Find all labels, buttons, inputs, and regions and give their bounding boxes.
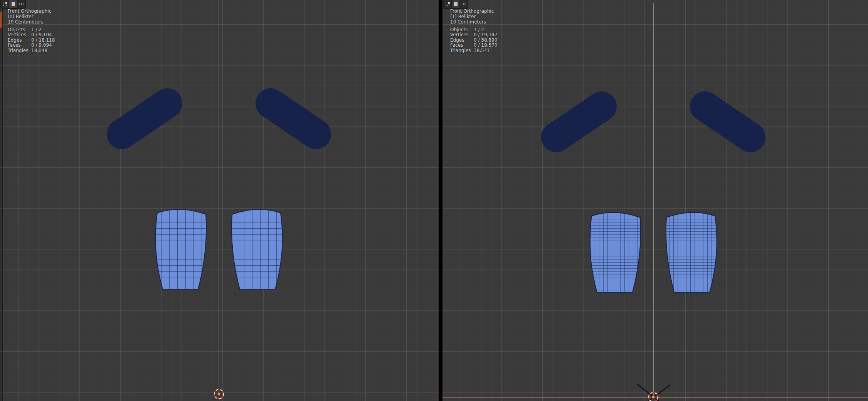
- viewport-divider: [439, 0, 442, 401]
- left-crop-strip: [0, 0, 3, 401]
- select-mode-toolbar-left: [0, 0, 26, 9]
- 3d-canvas-left[interactable]: [0, 0, 439, 401]
- stat-row: Edges0 / 18,118: [8, 38, 55, 43]
- model-side-back-mirror[interactable]: [232, 103, 316, 289]
- viewport-hud-right: Front Orthographic (1) Relikter 10 Centi…: [450, 8, 494, 25]
- stat-row: Triangles18,048: [8, 48, 55, 53]
- grid-scale: 10 Centimeters: [450, 19, 494, 25]
- viewport-3d-right[interactable]: Front Orthographic (1) Relikter 10 Centi…: [442, 0, 868, 401]
- model-side-back[interactable]: [122, 103, 206, 289]
- vertex-select-icon[interactable]: [1, 0, 9, 8]
- stat-row: Faces0 / 19,570: [450, 43, 497, 48]
- screenshot-root: Front Orthographic (0) Relikter 10 Centi…: [0, 0, 868, 401]
- model-side-back-mirror[interactable]: [666, 106, 750, 292]
- model-side-back[interactable]: [556, 106, 641, 292]
- view-name: Front Orthographic: [450, 8, 494, 14]
- model-arm[interactable]: [122, 103, 167, 134]
- viewport-3d-left[interactable]: Front Orthographic (0) Relikter 10 Centi…: [0, 0, 439, 401]
- stat-row: Faces0 / 9,094: [8, 43, 55, 48]
- vertex-select-icon[interactable]: [444, 0, 451, 8]
- stat-row: Vertices0 / 9,104: [8, 32, 55, 37]
- model-leg[interactable]: [590, 212, 641, 292]
- stat-row: Edges0 / 38,890: [450, 38, 497, 43]
- face-select-icon[interactable]: [9, 0, 17, 8]
- model-arm[interactable]: [556, 106, 602, 137]
- stat-row: Triangles38,547: [450, 48, 497, 53]
- stats-table-right: Objects1 / 2 Vertices0 / 19,347 Edges0 /…: [450, 27, 497, 53]
- object-name: (1) Relikter: [450, 14, 494, 19]
- 3d-canvas-right[interactable]: [442, 3, 868, 401]
- stats-table-left: Objects1 / 2 Vertices0 / 9,104 Edges0 / …: [8, 27, 55, 53]
- select-mode-toolbar-right: [443, 0, 468, 9]
- grid-scale: 10 Centimeters: [8, 19, 51, 25]
- box-select-icon[interactable]: [460, 0, 468, 8]
- box-select-icon[interactable]: [17, 0, 25, 8]
- model-leg[interactable]: [155, 209, 206, 289]
- object-name: (0) Relikter: [8, 14, 51, 19]
- stat-row: Vertices0 / 19,347: [450, 32, 497, 37]
- active-tool-accent: [0, 12, 2, 28]
- viewport-hud-left: Front Orthographic (0) Relikter 10 Centi…: [8, 8, 51, 25]
- face-select-icon[interactable]: [452, 0, 459, 8]
- view-name: Front Orthographic: [8, 8, 51, 14]
